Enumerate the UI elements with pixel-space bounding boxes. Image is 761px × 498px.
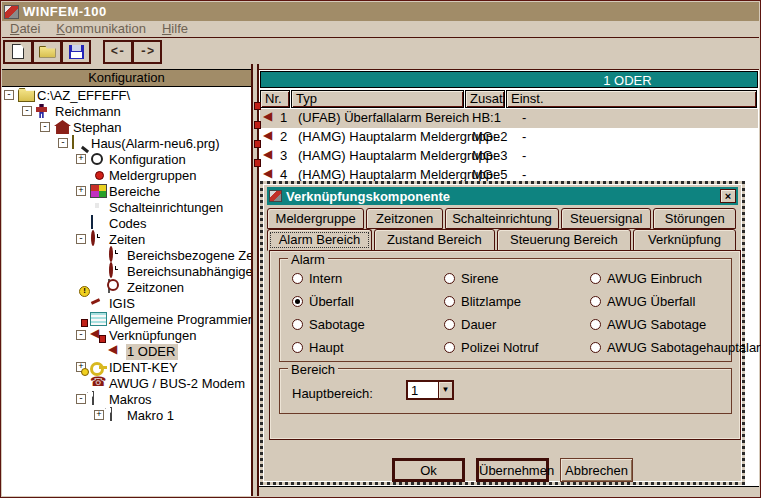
ok-button[interactable]: Ok: [392, 458, 465, 482]
tree-item-label[interactable]: IGIS: [108, 296, 138, 312]
collapse-icon[interactable]: -: [4, 90, 14, 100]
tree-item-label[interactable]: Bereichsbezogene Zeiten: [126, 248, 251, 264]
column-header-zusatz[interactable]: Zusatz: [465, 90, 505, 108]
hauptbereich-select[interactable]: 1 ▼: [406, 380, 454, 400]
radio-icon[interactable]: [444, 296, 455, 307]
open-button[interactable]: [32, 40, 62, 64]
tab-schalteinrichtung[interactable]: Schalteinrichtung: [445, 208, 559, 229]
radio-icon[interactable]: [292, 342, 303, 353]
bereiche-icon: [90, 184, 107, 198]
forward-button[interactable]: ->: [132, 40, 162, 64]
radio-blitzlampe[interactable]: Blitzlampe: [444, 294, 521, 309]
tree-item-label[interactable]: Codes: [108, 216, 150, 232]
back-button[interactable]: <-: [103, 40, 133, 64]
tree-item-label[interactable]: Zeiten: [108, 232, 148, 248]
tab-verknüpfung[interactable]: Verknüpfung: [633, 229, 736, 251]
column-header-nr[interactable]: Nr.: [260, 90, 290, 108]
radio-icon[interactable]: [590, 273, 601, 284]
tab-zustand-bereich[interactable]: Zustand Bereich: [374, 229, 495, 251]
save-button[interactable]: [61, 40, 91, 64]
tree-item-label[interactable]: C:\AZ_EFFEFF\: [36, 88, 133, 104]
tree-item: +Konfiguration: [2, 151, 251, 167]
radio-überfall[interactable]: Überfall: [292, 294, 354, 309]
radio-icon[interactable]: [444, 342, 455, 353]
window-titlebar[interactable]: WINFEM-100: [2, 2, 759, 21]
table-row[interactable]: 1(UFAB) Überfallalarm BereichHB:1-: [260, 109, 758, 128]
tree-item: Schalteinrichtungen: [2, 199, 251, 215]
tree-item-label[interactable]: Haus(Alarm-neu6.prg): [90, 136, 223, 152]
radio-awug-überfall[interactable]: AWUG Überfall: [590, 294, 695, 309]
tab-störungen[interactable]: Störungen: [653, 208, 736, 229]
radio-icon[interactable]: [590, 342, 601, 353]
collapse-icon[interactable]: -: [76, 234, 86, 244]
tree-item-label[interactable]: Meldergruppen: [108, 168, 199, 184]
cell-nr: 1: [280, 110, 287, 125]
expand-icon[interactable]: +: [94, 410, 104, 420]
radio-awug-sabotagehauptalarm[interactable]: AWUG Sabotagehauptalarm: [590, 340, 761, 355]
radio-dauer[interactable]: Dauer: [444, 317, 496, 332]
tab-steuerung-bereich[interactable]: Steuerung Bereich: [497, 229, 631, 251]
tree-item-label[interactable]: AWUG / BUS-2 Modem: [108, 376, 248, 392]
close-icon[interactable]: ×: [720, 189, 736, 203]
tree-item-label[interactable]: Zeitzonen: [126, 280, 187, 296]
radio-icon[interactable]: [292, 319, 303, 330]
chevron-down-icon[interactable]: ▼: [438, 382, 452, 398]
column-header-einst[interactable]: Einst.: [506, 90, 757, 108]
übernehmen-button[interactable]: Übernehmen: [476, 458, 549, 482]
tree-item-label[interactable]: Bereichsunabhängige Zei: [126, 264, 251, 280]
tab-zeitzonen[interactable]: Zeitzonen: [366, 208, 443, 229]
tree-item-label[interactable]: Konfiguration: [108, 152, 189, 168]
tree-item-label[interactable]: Stephan: [72, 120, 124, 136]
cell-einst: -: [522, 148, 526, 163]
radio-label: Dauer: [461, 317, 496, 332]
radio-intern[interactable]: Intern: [292, 271, 342, 286]
cell-einst: -: [522, 167, 526, 182]
cell-nr: 3: [280, 148, 287, 163]
radio-icon[interactable]: [444, 273, 455, 284]
menu-item-kommunikation[interactable]: Kommunikation: [48, 20, 154, 38]
collapse-icon[interactable]: -: [76, 330, 86, 340]
radio-label: Sabotage: [309, 317, 365, 332]
table-row[interactable]: 2(HAMG) Hauptalarm MeldergruppeMG: 2-: [260, 128, 758, 147]
dialog-titlebar[interactable]: Verknüpfungskomponente ×: [267, 187, 738, 205]
tab-meldergruppe[interactable]: Meldergruppe: [267, 208, 364, 229]
hauptbereich-value: 1: [408, 382, 438, 398]
expand-icon[interactable]: +: [76, 186, 86, 196]
menu-item-datei[interactable]: Datei: [2, 20, 48, 38]
tree-item-label[interactable]: Schalteinrichtungen: [108, 200, 226, 216]
radio-icon[interactable]: [292, 296, 303, 307]
tree-item-label[interactable]: Allgemeine Programmierung: [108, 312, 251, 328]
tree-item: -C:\AZ_EFFEFF\: [2, 87, 251, 103]
radio-awug-sabotage[interactable]: AWUG Sabotage: [590, 317, 706, 332]
collapse-icon[interactable]: -: [58, 138, 68, 148]
radio-icon[interactable]: [590, 319, 601, 330]
expand-icon[interactable]: +: [76, 154, 86, 164]
radio-icon[interactable]: [292, 273, 303, 284]
radio-sirene[interactable]: Sirene: [444, 271, 499, 286]
tree-item-label[interactable]: 1 ODER: [126, 344, 178, 360]
tab-alarm-bereich[interactable]: Alarm Bereich: [267, 229, 372, 251]
tree-item-label[interactable]: Makro 1: [126, 408, 177, 424]
radio-icon[interactable]: [590, 296, 601, 307]
tree-item-label[interactable]: Makros: [108, 392, 155, 408]
radio-awug-einbruch[interactable]: AWUG Einbruch: [590, 271, 702, 286]
tab-steuersignal[interactable]: Steuersignal: [561, 208, 651, 229]
new-button[interactable]: [3, 40, 33, 64]
radio-label: Sirene: [461, 271, 499, 286]
collapse-icon[interactable]: -: [22, 106, 32, 116]
tree-item-label[interactable]: IDENT-KEY: [108, 360, 181, 376]
tree-item-label[interactable]: Bereiche: [108, 184, 163, 200]
tree-item-label[interactable]: Reichmann: [54, 104, 124, 120]
column-header-typ[interactable]: Typ: [291, 90, 464, 108]
radio-polizei-notruf[interactable]: Polizei Notruf: [444, 340, 538, 355]
tree-item: Zeitzonen: [2, 279, 251, 295]
collapse-icon[interactable]: -: [40, 122, 50, 132]
tree-item-label[interactable]: Verknüpfungen: [108, 328, 199, 344]
table-row[interactable]: 3(HAMG) Hauptalarm MeldergruppeMG: 3-: [260, 147, 758, 166]
collapse-icon[interactable]: -: [76, 394, 86, 404]
abbrechen-button[interactable]: Abbrechen: [560, 458, 633, 482]
radio-icon[interactable]: [444, 319, 455, 330]
menu-item-hilfe[interactable]: Hilfe: [154, 20, 196, 38]
radio-haupt[interactable]: Haupt: [292, 340, 344, 355]
radio-sabotage[interactable]: Sabotage: [292, 317, 365, 332]
